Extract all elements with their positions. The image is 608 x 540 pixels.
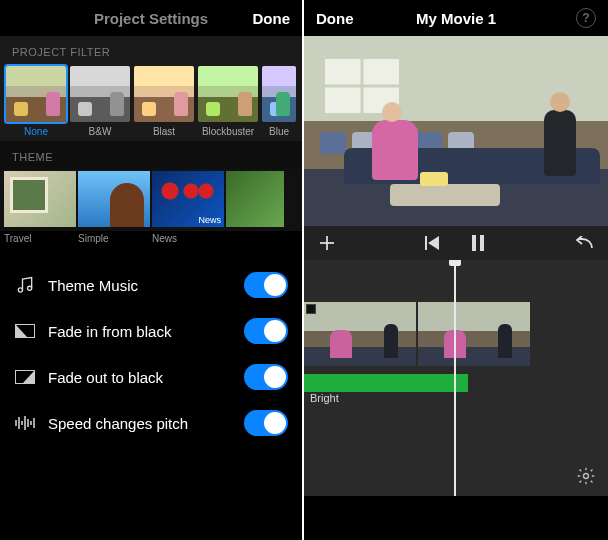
undo-button[interactable] — [574, 236, 594, 250]
transport-bar — [304, 226, 608, 260]
theme-item-news[interactable]: News — [152, 171, 224, 227]
theme-strip[interactable]: News — [0, 169, 302, 231]
svg-marker-3 — [16, 325, 27, 337]
theme-label-travel: Travel — [4, 233, 78, 244]
svg-rect-17 — [472, 235, 476, 251]
project-filter-strip[interactable]: None B&W Blast Blockbuster Blue — [0, 64, 302, 141]
waveform-icon — [14, 415, 36, 431]
toggle-fade-in[interactable] — [244, 318, 288, 344]
theme-label-simple: Simple — [78, 233, 152, 244]
filter-item-none[interactable]: None — [4, 64, 68, 137]
done-button[interactable]: Done — [253, 10, 291, 27]
editor-pane: Done My Movie 1 ? — [304, 0, 608, 540]
toggle-speed-pitch[interactable] — [244, 410, 288, 436]
audio-clip-label: Bright — [310, 392, 339, 404]
option-label: Speed changes pitch — [48, 415, 188, 432]
theme-item-extra[interactable] — [226, 171, 284, 227]
svg-rect-15 — [425, 236, 427, 250]
audio-track[interactable] — [304, 374, 468, 392]
svg-rect-18 — [480, 235, 484, 251]
video-preview[interactable] — [304, 36, 608, 226]
svg-marker-16 — [428, 236, 439, 250]
filter-item-blue[interactable]: Blue — [260, 64, 298, 137]
video-track[interactable] — [304, 302, 608, 366]
gear-icon[interactable] — [576, 466, 596, 486]
theme-item-travel[interactable] — [4, 171, 76, 227]
help-icon[interactable]: ? — [576, 8, 596, 28]
svg-marker-5 — [23, 371, 34, 383]
timeline[interactable]: Bright — [304, 260, 608, 496]
svg-point-0 — [18, 288, 22, 292]
editor-header: Done My Movie 1 ? — [304, 0, 608, 36]
theme-label: THEME — [0, 141, 302, 169]
toggle-fade-out[interactable] — [244, 364, 288, 390]
filter-item-blockbuster[interactable]: Blockbuster — [196, 64, 260, 137]
option-label: Fade in from black — [48, 323, 171, 340]
option-label: Theme Music — [48, 277, 138, 294]
settings-header: Project Settings . Done — [0, 0, 302, 36]
option-fade-out: Fade out to black — [0, 354, 302, 400]
theme-label-news: News — [152, 233, 226, 244]
settings-pane: Project Settings . Done PROJECT FILTER N… — [0, 0, 304, 540]
option-label: Fade out to black — [48, 369, 163, 386]
pause-button[interactable] — [471, 235, 485, 251]
music-note-icon — [14, 275, 36, 295]
skip-back-button[interactable] — [425, 236, 441, 250]
option-speed-pitch: Speed changes pitch — [0, 400, 302, 446]
filter-item-blast[interactable]: Blast — [132, 64, 196, 137]
project-filter-label: PROJECT FILTER — [0, 36, 302, 64]
clip[interactable] — [304, 302, 416, 366]
playhead[interactable] — [454, 260, 456, 496]
fade-out-icon — [14, 370, 36, 384]
options-list: Theme Music Fade in from black Fade out … — [0, 262, 302, 446]
svg-point-19 — [584, 474, 589, 479]
option-fade-in: Fade in from black — [0, 308, 302, 354]
toggle-theme-music[interactable] — [244, 272, 288, 298]
add-button[interactable] — [318, 234, 336, 252]
svg-point-1 — [28, 286, 32, 290]
option-theme-music: Theme Music — [0, 262, 302, 308]
fade-in-icon — [14, 324, 36, 338]
clip[interactable] — [418, 302, 530, 366]
theme-item-simple[interactable] — [78, 171, 150, 227]
editor-done-button[interactable]: Done — [316, 10, 354, 27]
filter-item-bw[interactable]: B&W — [68, 64, 132, 137]
